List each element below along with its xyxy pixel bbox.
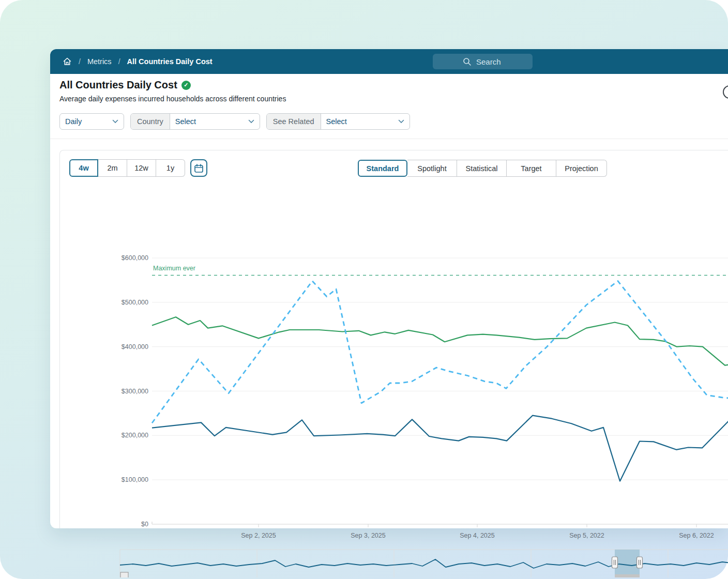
filter-controls: Daily Country Select See Related Select xyxy=(59,113,410,130)
chevron-down-icon xyxy=(112,119,118,124)
section-divider xyxy=(50,139,728,139)
range-button-4w[interactable]: 4w xyxy=(69,159,98,177)
x-axis-label: Sep 4, 2025 xyxy=(460,532,494,539)
see-related-select[interactable]: Select xyxy=(321,114,410,129)
breadcrumb-separator: / xyxy=(118,57,120,66)
x-axis-label: Sep 6, 2022 xyxy=(679,532,714,539)
y-axis-label: $0 xyxy=(141,521,148,528)
country-filter: Country Select xyxy=(130,113,260,130)
page-subtitle: Average daily expenses incurred househol… xyxy=(59,95,286,103)
tab-projection[interactable]: Projection xyxy=(556,160,607,177)
y-axis-label: $500,000 xyxy=(122,299,148,306)
top-navigation-bar: / Metrics / All Countries Daily Cost Sea… xyxy=(50,49,728,74)
y-axis-label: $400,000 xyxy=(122,343,148,351)
breadcrumb: / Metrics / All Countries Daily Cost xyxy=(63,57,213,66)
home-icon[interactable] xyxy=(63,57,72,66)
see-related-value: Select xyxy=(326,117,347,126)
search-label: Search xyxy=(476,57,501,66)
verified-badge-icon: ✓ xyxy=(181,81,191,90)
search-button[interactable]: Search xyxy=(433,54,533,69)
calendar-icon xyxy=(194,163,204,173)
breadcrumb-item-metrics[interactable]: Metrics xyxy=(87,57,112,66)
page-title: All Countries Daily Cost xyxy=(59,79,177,91)
frequency-value: Daily xyxy=(65,117,82,126)
metric-card: / Metrics / All Countries Daily Cost Sea… xyxy=(50,49,728,528)
y-axis-label: $200,000 xyxy=(122,432,148,439)
series-upper-green xyxy=(152,317,728,373)
chevron-down-icon xyxy=(248,119,254,124)
y-axis-label: $100,000 xyxy=(122,476,148,483)
x-axis-label: Sep 3, 2025 xyxy=(351,532,385,539)
range-group: 4w2m12w1y xyxy=(69,159,185,177)
country-filter-label: Country xyxy=(131,114,170,129)
y-axis-label: $600,000 xyxy=(122,254,148,262)
see-related-filter: See Related Select xyxy=(266,113,410,130)
series-lower-dark-teal xyxy=(152,400,728,481)
y-axis-label: $300,000 xyxy=(122,388,148,395)
calendar-button[interactable] xyxy=(190,159,207,177)
tab-spotlight[interactable]: Spotlight xyxy=(407,160,457,177)
overview-corner-checkbox[interactable] xyxy=(120,572,128,577)
tab-standard[interactable]: Standard xyxy=(358,160,407,177)
range-button-12w[interactable]: 12w xyxy=(127,159,156,177)
see-related-label: See Related xyxy=(267,114,321,129)
x-axis-label: Sep 2, 2025 xyxy=(241,532,276,539)
brush-handle-right[interactable] xyxy=(637,557,643,568)
x-axis-label: Sep 5, 2022 xyxy=(569,532,604,539)
breadcrumb-item-current: All Countries Daily Cost xyxy=(127,57,213,66)
range-button-1y[interactable]: 1y xyxy=(156,159,185,177)
view-tabs: StandardSpotlightStatisticalTargetProjec… xyxy=(358,160,607,177)
tab-statistical[interactable]: Statistical xyxy=(457,160,507,177)
brush-handle-left[interactable] xyxy=(612,557,618,568)
search-icon xyxy=(463,57,472,66)
clipped-right-icon[interactable] xyxy=(723,85,728,99)
brush-track xyxy=(615,574,640,577)
brush-selection[interactable] xyxy=(615,550,640,577)
max-ever-label: Maximum ever xyxy=(153,265,195,272)
chevron-down-icon xyxy=(398,119,404,124)
frequency-select[interactable]: Daily xyxy=(59,113,124,130)
tab-target[interactable]: Target xyxy=(507,160,556,177)
range-button-2m[interactable]: 2m xyxy=(98,159,127,177)
country-select-value: Select xyxy=(175,117,196,126)
daily-cost-chart[interactable]: $600,000$500,000$400,000$300,000$200,000… xyxy=(110,199,728,577)
breadcrumb-separator: / xyxy=(79,57,81,66)
country-select[interactable]: Select xyxy=(170,114,260,129)
